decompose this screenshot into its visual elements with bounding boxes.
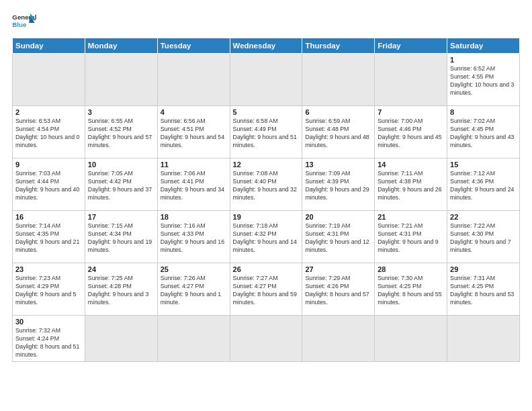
calendar-cell: 28Sunrise: 7:30 AM Sunset: 4:25 PM Dayli… (375, 263, 447, 316)
day-number: 12 (233, 161, 300, 169)
day-number: 8 (450, 108, 517, 116)
calendar-week-row: 1Sunrise: 6:52 AM Sunset: 4:55 PM Daylig… (13, 54, 520, 106)
weekday-header-saturday: Saturday (447, 38, 520, 54)
day-number: 19 (233, 213, 300, 221)
calendar-cell: 8Sunrise: 7:02 AM Sunset: 4:45 PM Daylig… (447, 106, 520, 158)
day-info: Sunrise: 6:59 AM Sunset: 4:48 PM Dayligh… (305, 118, 371, 150)
calendar-cell: 7Sunrise: 7:00 AM Sunset: 4:46 PM Daylig… (375, 106, 447, 158)
calendar-cell: 29Sunrise: 7:31 AM Sunset: 4:25 PM Dayli… (447, 263, 520, 316)
day-info: Sunrise: 7:16 AM Sunset: 4:33 PM Dayligh… (161, 222, 227, 255)
day-number: 26 (233, 265, 300, 273)
calendar-cell: 18Sunrise: 7:16 AM Sunset: 4:33 PM Dayli… (157, 211, 230, 263)
calendar-cell (375, 316, 447, 362)
day-number: 23 (15, 265, 82, 273)
weekday-header-wednesday: Wednesday (230, 38, 302, 54)
calendar-week-row: 23Sunrise: 7:23 AM Sunset: 4:29 PM Dayli… (13, 263, 520, 316)
weekday-header-sunday: Sunday (13, 38, 85, 54)
day-info: Sunrise: 6:58 AM Sunset: 4:49 PM Dayligh… (233, 118, 300, 150)
day-number: 29 (450, 265, 517, 273)
day-info: Sunrise: 7:26 AM Sunset: 4:27 PM Dayligh… (161, 275, 227, 307)
day-info: Sunrise: 7:14 AM Sunset: 4:35 PM Dayligh… (15, 222, 82, 255)
day-number: 10 (88, 161, 154, 169)
day-info: Sunrise: 7:19 AM Sunset: 4:31 PM Dayligh… (305, 222, 371, 255)
day-info: Sunrise: 7:03 AM Sunset: 4:44 PM Dayligh… (15, 170, 82, 202)
calendar-cell: 2Sunrise: 6:53 AM Sunset: 4:54 PM Daylig… (13, 106, 85, 158)
calendar-cell (375, 54, 447, 106)
calendar-week-row: 16Sunrise: 7:14 AM Sunset: 4:35 PM Dayli… (13, 211, 520, 263)
calendar-cell: 14Sunrise: 7:11 AM Sunset: 4:38 PM Dayli… (375, 158, 447, 211)
day-info: Sunrise: 7:22 AM Sunset: 4:30 PM Dayligh… (450, 222, 517, 255)
day-info: Sunrise: 7:30 AM Sunset: 4:25 PM Dayligh… (378, 275, 444, 307)
day-info: Sunrise: 7:00 AM Sunset: 4:46 PM Dayligh… (378, 118, 444, 150)
day-number: 17 (88, 213, 154, 221)
calendar-cell: 23Sunrise: 7:23 AM Sunset: 4:29 PM Dayli… (13, 263, 85, 316)
day-number: 22 (450, 213, 517, 221)
day-info: Sunrise: 6:52 AM Sunset: 4:55 PM Dayligh… (450, 65, 517, 97)
day-info: Sunrise: 7:15 AM Sunset: 4:34 PM Dayligh… (88, 222, 154, 255)
day-number: 2 (15, 108, 82, 116)
calendar-cell (302, 54, 375, 106)
calendar-cell: 11Sunrise: 7:06 AM Sunset: 4:41 PM Dayli… (157, 158, 230, 211)
day-info: Sunrise: 6:55 AM Sunset: 4:52 PM Dayligh… (88, 118, 154, 150)
generalblue-logo-icon: General Blue (12, 12, 36, 32)
calendar-cell: 13Sunrise: 7:09 AM Sunset: 4:39 PM Dayli… (302, 158, 375, 211)
day-info: Sunrise: 6:53 AM Sunset: 4:54 PM Dayligh… (15, 118, 82, 150)
calendar-week-row: 9Sunrise: 7:03 AM Sunset: 4:44 PM Daylig… (13, 158, 520, 211)
calendar-cell: 25Sunrise: 7:26 AM Sunset: 4:27 PM Dayli… (157, 263, 230, 316)
calendar-cell: 20Sunrise: 7:19 AM Sunset: 4:31 PM Dayli… (302, 211, 375, 263)
calendar-cell: 26Sunrise: 7:27 AM Sunset: 4:27 PM Dayli… (230, 263, 302, 316)
day-info: Sunrise: 7:31 AM Sunset: 4:25 PM Dayligh… (450, 275, 517, 307)
day-info: Sunrise: 7:06 AM Sunset: 4:41 PM Dayligh… (161, 170, 227, 202)
weekday-header-row: SundayMondayTuesdayWednesdayThursdayFrid… (13, 38, 520, 54)
calendar-cell (13, 54, 85, 106)
calendar-cell: 17Sunrise: 7:15 AM Sunset: 4:34 PM Dayli… (85, 211, 157, 263)
calendar-cell: 19Sunrise: 7:18 AM Sunset: 4:32 PM Dayli… (230, 211, 302, 263)
calendar-cell (230, 316, 302, 362)
svg-text:Blue: Blue (12, 21, 27, 28)
calendar-table: SundayMondayTuesdayWednesdayThursdayFrid… (12, 38, 520, 362)
weekday-header-thursday: Thursday (302, 38, 375, 54)
day-info: Sunrise: 7:11 AM Sunset: 4:38 PM Dayligh… (378, 170, 444, 202)
weekday-header-monday: Monday (85, 38, 157, 54)
calendar-cell (85, 54, 157, 106)
day-info: Sunrise: 7:02 AM Sunset: 4:45 PM Dayligh… (450, 118, 517, 150)
day-info: Sunrise: 7:05 AM Sunset: 4:42 PM Dayligh… (88, 170, 154, 202)
calendar-cell: 1Sunrise: 6:52 AM Sunset: 4:55 PM Daylig… (447, 54, 520, 106)
day-number: 18 (161, 213, 227, 221)
day-number: 4 (161, 108, 227, 116)
calendar-cell: 22Sunrise: 7:22 AM Sunset: 4:30 PM Dayli… (447, 211, 520, 263)
day-info: Sunrise: 7:12 AM Sunset: 4:36 PM Dayligh… (450, 170, 517, 202)
calendar-week-row: 2Sunrise: 6:53 AM Sunset: 4:54 PM Daylig… (13, 106, 520, 158)
calendar-cell (157, 54, 230, 106)
calendar-cell: 12Sunrise: 7:08 AM Sunset: 4:40 PM Dayli… (230, 158, 302, 211)
calendar-cell (447, 316, 520, 362)
day-number: 3 (88, 108, 154, 116)
day-info: Sunrise: 7:32 AM Sunset: 4:24 PM Dayligh… (15, 327, 82, 359)
day-number: 9 (15, 161, 82, 169)
calendar-cell: 10Sunrise: 7:05 AM Sunset: 4:42 PM Dayli… (85, 158, 157, 211)
day-number: 27 (305, 265, 371, 273)
day-info: Sunrise: 7:25 AM Sunset: 4:28 PM Dayligh… (88, 275, 154, 307)
day-number: 21 (378, 213, 444, 221)
calendar-week-row: 30Sunrise: 7:32 AM Sunset: 4:24 PM Dayli… (13, 316, 520, 362)
day-number: 20 (305, 213, 371, 221)
day-info: Sunrise: 7:09 AM Sunset: 4:39 PM Dayligh… (305, 170, 371, 202)
calendar-cell (230, 54, 302, 106)
weekday-header-friday: Friday (375, 38, 447, 54)
calendar-cell: 9Sunrise: 7:03 AM Sunset: 4:44 PM Daylig… (13, 158, 85, 211)
calendar-cell (302, 316, 375, 362)
day-number: 25 (161, 265, 227, 273)
calendar-cell: 3Sunrise: 6:55 AM Sunset: 4:52 PM Daylig… (85, 106, 157, 158)
calendar-cell: 5Sunrise: 6:58 AM Sunset: 4:49 PM Daylig… (230, 106, 302, 158)
calendar-cell: 27Sunrise: 7:29 AM Sunset: 4:26 PM Dayli… (302, 263, 375, 316)
calendar-cell: 15Sunrise: 7:12 AM Sunset: 4:36 PM Dayli… (447, 158, 520, 211)
calendar-cell: 16Sunrise: 7:14 AM Sunset: 4:35 PM Dayli… (13, 211, 85, 263)
header: General Blue (12, 12, 520, 32)
day-number: 1 (450, 56, 517, 64)
calendar-cell (157, 316, 230, 362)
calendar-cell: 24Sunrise: 7:25 AM Sunset: 4:28 PM Dayli… (85, 263, 157, 316)
calendar-cell: 6Sunrise: 6:59 AM Sunset: 4:48 PM Daylig… (302, 106, 375, 158)
day-info: Sunrise: 7:18 AM Sunset: 4:32 PM Dayligh… (233, 222, 300, 255)
day-info: Sunrise: 7:21 AM Sunset: 4:31 PM Dayligh… (378, 222, 444, 255)
calendar-cell: 21Sunrise: 7:21 AM Sunset: 4:31 PM Dayli… (375, 211, 447, 263)
